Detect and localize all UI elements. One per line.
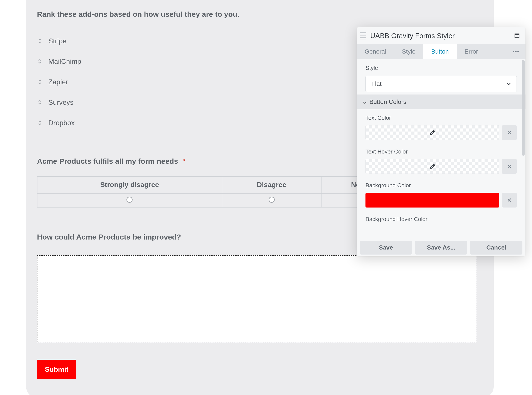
drag-handle-icon[interactable] [37,59,43,64]
color-group-text-hover: Text Hover Color [357,143,526,177]
color-group-text: Text Color [357,109,526,143]
chevron-down-icon [363,99,367,105]
section-header-label: Button Colors [369,99,406,105]
save-as-button[interactable]: Save As... [415,241,467,255]
color-label: Background Hover Color [365,216,517,223]
drag-grip-icon[interactable] [360,31,366,40]
clear-color-button[interactable] [502,159,517,174]
styler-panel: UABB Gravity Forms Styler General Style … [357,27,526,256]
color-group-background-hover: Background Hover Color [357,211,526,223]
section-header-button-colors[interactable]: Button Colors [357,94,526,109]
tab-more-icon[interactable] [505,44,526,59]
color-label: Text Hover Color [365,148,517,155]
style-field-label: Style [365,65,517,71]
color-picker-background[interactable] [365,193,499,208]
drag-handle-icon[interactable] [37,79,43,85]
clear-color-button[interactable] [502,125,517,140]
panel-tabs: General Style Button Error [357,44,526,59]
likert-header: Disagree [222,177,321,193]
likert-header: Strongly disagree [37,177,222,193]
tab-general[interactable]: General [357,44,394,59]
tab-style[interactable]: Style [394,44,423,59]
svg-point-4 [517,51,519,52]
rank-item-label: Stripe [48,37,67,45]
style-field-section: Style Flat [357,59,526,94]
color-group-background: Background Color [357,177,526,211]
svg-point-3 [515,51,516,52]
svg-point-2 [513,51,514,52]
drag-handle-icon[interactable] [37,120,43,126]
rank-item-label: Surveys [48,99,74,106]
panel-body: Style Flat Button Colors Text Color [357,59,526,239]
drag-handle-icon[interactable] [37,38,43,44]
likert-radio[interactable] [126,197,133,203]
cancel-button[interactable]: Cancel [470,241,522,255]
improve-textarea[interactable] [37,255,476,342]
rank-question-title: Rank these add-ons based on how useful t… [37,10,476,18]
panel-scrollbar[interactable] [522,60,525,156]
chevron-down-icon [506,82,511,85]
submit-button[interactable]: Submit [37,360,76,379]
drag-handle-icon[interactable] [37,99,43,105]
color-picker-text-hover[interactable] [365,159,499,174]
style-select[interactable]: Flat [365,76,517,92]
style-select-value: Flat [371,80,382,87]
panel-title: UABB Gravity Forms Styler [370,32,510,40]
required-marker: * [183,158,185,164]
tab-button[interactable]: Button [423,44,457,59]
panel-header[interactable]: UABB Gravity Forms Styler [357,27,526,44]
panel-footer: Save Save As... Cancel [357,239,526,256]
tab-error[interactable]: Error [457,44,486,59]
likert-question-text: Acme Products fulfils all my form needs [37,157,178,165]
color-label: Text Color [365,115,517,121]
rank-item-label: MailChimp [48,57,81,66]
rank-item-label: Dropbox [48,119,75,127]
rank-item-label: Zapier [48,78,68,86]
likert-radio[interactable] [269,197,275,203]
color-label: Background Color [365,182,517,189]
maximize-icon[interactable] [514,33,520,38]
clear-color-button[interactable] [502,193,517,208]
save-button[interactable]: Save [360,241,412,255]
color-picker-text[interactable] [365,125,499,140]
